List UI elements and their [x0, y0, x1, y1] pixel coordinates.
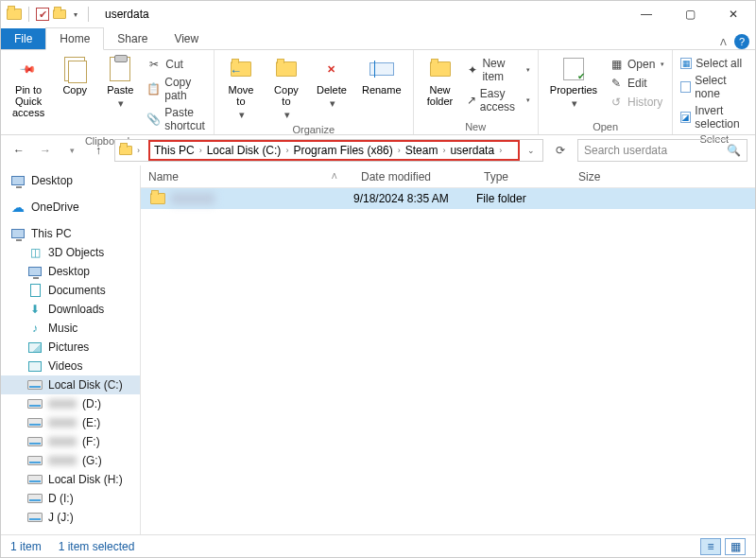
breadcrumb-seg-3[interactable]: Steam	[405, 144, 438, 157]
window-title: userdata	[95, 8, 149, 21]
col-type[interactable]: Type	[476, 170, 571, 183]
delete-dropdown-icon[interactable]: ▾	[330, 97, 335, 109]
tree-drive-i[interactable]: D (I:)	[1, 489, 140, 508]
tree-music[interactable]: ♪Music	[1, 319, 140, 338]
tree-documents[interactable]: Documents	[1, 281, 140, 300]
search-icon: 🔍	[727, 144, 741, 157]
copy-to-button[interactable]: Copy to▾	[267, 54, 305, 122]
close-button[interactable]: ✕	[712, 1, 755, 27]
cut-button[interactable]: ✂Cut	[146, 56, 206, 73]
paste-dropdown-icon[interactable]: ▾	[118, 97, 124, 109]
copy-button[interactable]: Copy	[56, 54, 94, 97]
paste-shortcut-button[interactable]: 📎Paste shortcut	[146, 105, 206, 133]
refresh-button[interactable]: ⟳	[549, 139, 572, 162]
new-item-button[interactable]: ✦New item▾	[467, 56, 530, 84]
diski-icon	[27, 494, 43, 503]
tree-localc[interactable]: Local Disk (C:)	[1, 375, 140, 394]
back-button[interactable]: ←	[9, 140, 29, 161]
minimize-button[interactable]: —	[625, 1, 668, 27]
search-placeholder: Search userdata	[584, 144, 667, 157]
tree-downloads[interactable]: ⬇Downloads	[1, 300, 140, 319]
new-folder-button[interactable]: New folder	[421, 54, 459, 109]
qat-newfolder-icon[interactable]	[53, 9, 66, 19]
select-none-button[interactable]: Select none	[680, 73, 747, 101]
pin-icon: 📌	[20, 61, 37, 78]
col-size[interactable]: Size	[571, 170, 646, 183]
tree-drive-d[interactable]: (D:)	[1, 394, 140, 413]
ribbon-group-open: Properties▾ ▦Open▾ ✎Edit ↺History Open	[539, 50, 674, 134]
properties-button[interactable]: Properties▾	[546, 54, 601, 111]
rename-button[interactable]: Rename	[358, 54, 405, 97]
qat-dropdown-icon[interactable]: ▾	[70, 10, 81, 19]
select-all-button[interactable]: ▦Select all	[680, 56, 747, 71]
easy-access-icon: ↗	[467, 93, 476, 108]
ribbon-group-new: New folder ✦New item▾ ↗Easy access▾ New	[414, 50, 539, 134]
breadcrumb-seg-0[interactable]: This PC	[154, 144, 195, 157]
pin-label: Pin to Quick access	[12, 84, 44, 118]
tab-view[interactable]: View	[161, 28, 212, 49]
forward-button[interactable]: →	[35, 140, 56, 161]
tree-drive-e[interactable]: (E:)	[1, 413, 140, 432]
properties-dropdown-icon[interactable]: ▾	[572, 97, 577, 109]
status-selected-count: 1 item selected	[59, 540, 135, 553]
ribbon-collapse-icon[interactable]: ᐱ	[720, 37, 727, 47]
history-icon: ↺	[609, 95, 624, 110]
tree-drive-h[interactable]: Local Disk (H:)	[1, 470, 140, 489]
tree-drive-j[interactable]: J (J:)	[1, 508, 140, 527]
tree-drive-g[interactable]: (G:)	[1, 451, 140, 470]
col-date[interactable]: Date modified	[353, 170, 476, 183]
thispc-icon	[11, 229, 25, 238]
move-dropdown-icon[interactable]: ▾	[239, 109, 245, 120]
easy-access-button[interactable]: ↗Easy access▾	[467, 86, 530, 114]
tree-3dobjects[interactable]: ◫3D Objects	[1, 243, 140, 262]
tab-file[interactable]: File	[1, 28, 45, 49]
tree-desktop[interactable]: Desktop	[1, 171, 140, 190]
recent-dropdown-icon[interactable]: ▾	[61, 140, 82, 161]
ribbon-group-select: ▦Select all Select none ◪Invert selectio…	[673, 50, 755, 134]
properties-icon	[563, 58, 584, 80]
downloads-icon: ⬇	[27, 303, 43, 316]
tree-onedrive[interactable]: ☁OneDrive	[1, 198, 140, 217]
open-button[interactable]: ▦Open▾	[609, 56, 664, 73]
invert-selection-button[interactable]: ◪Invert selection	[680, 103, 747, 131]
new-folder-icon	[430, 61, 451, 77]
tab-share[interactable]: Share	[104, 28, 161, 49]
pictures-icon	[28, 342, 42, 353]
edit-icon: ✎	[609, 76, 624, 91]
copy-path-button[interactable]: 📋Copy path	[146, 75, 206, 103]
tree-desktop2[interactable]: Desktop	[1, 262, 140, 281]
edit-button[interactable]: ✎Edit	[609, 75, 664, 92]
pin-to-quick-access-button[interactable]: 📌 Pin to Quick access	[9, 54, 48, 120]
paste-button[interactable]: Paste ▾	[101, 54, 139, 111]
tree-drive-f[interactable]: (F:)	[1, 432, 140, 451]
move-to-button[interactable]: ← Move to▾	[222, 54, 260, 122]
tree-videos[interactable]: Videos	[1, 357, 140, 375]
breadcrumb-seg-1[interactable]: Local Disk (C:)	[207, 144, 282, 157]
maximize-button[interactable]: ▢	[668, 1, 712, 27]
up-button[interactable]: ↑	[88, 140, 109, 161]
tree-thispc[interactable]: This PC	[1, 224, 140, 243]
tab-home[interactable]: Home	[45, 27, 104, 50]
icons-view-button[interactable]: ▦	[725, 538, 746, 555]
address-dropdown-icon[interactable]: ⌄	[520, 146, 542, 155]
search-input[interactable]: Search userdata 🔍	[577, 139, 747, 162]
table-row[interactable]: 9/18/2024 8:35 AM File folder	[141, 188, 755, 209]
details-view-button[interactable]: ≡	[700, 538, 721, 555]
address-bar[interactable]: › This PC› Local Disk (C:)› Program File…	[114, 139, 543, 162]
tree-pictures[interactable]: Pictures	[1, 338, 140, 357]
col-name[interactable]: Nameᐱ	[141, 170, 353, 183]
qat-properties-icon[interactable]: ✔	[36, 8, 49, 21]
breadcrumb-seg-2[interactable]: Program Files (x86)	[293, 144, 392, 157]
breadcrumb-seg-4[interactable]: userdata	[450, 144, 494, 157]
address-root-sep[interactable]: ›	[132, 146, 145, 155]
delete-button[interactable]: ✕ Delete▾	[313, 54, 351, 111]
ribbon-group-clipboard: 📌 Pin to Quick access Copy Paste ▾ ✂Cut …	[1, 50, 215, 134]
nav-tree[interactable]: Desktop ☁OneDrive This PC ◫3D Objects De…	[1, 166, 141, 534]
copy-to-dropdown-icon[interactable]: ▾	[284, 109, 290, 120]
file-list[interactable]: 9/18/2024 8:35 AM File folder	[141, 188, 755, 534]
diskc-icon	[27, 380, 43, 390]
help-icon[interactable]: ?	[734, 34, 749, 49]
select-none-icon	[680, 81, 691, 93]
history-button[interactable]: ↺History	[609, 94, 664, 111]
diskf-icon	[27, 437, 43, 446]
